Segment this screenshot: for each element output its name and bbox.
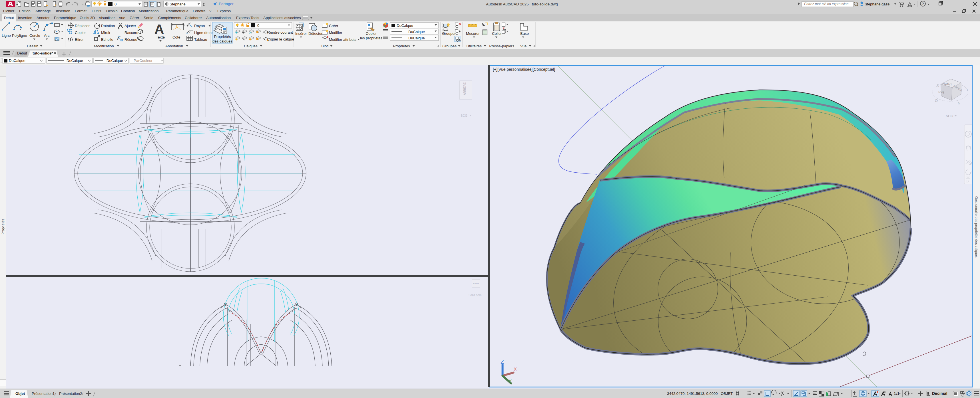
svg-text:Objet: Objet [16, 392, 25, 396]
svg-text:Vue: Vue [520, 44, 527, 48]
svg-text:Groupes: Groupes [442, 44, 457, 48]
svg-text:DuCalque: DuCalque [67, 59, 83, 63]
svg-text:Copier: Copier [75, 30, 86, 35]
svg-text:DuCalque: DuCalque [408, 36, 425, 40]
svg-text:HAUT: HAUT [473, 282, 479, 285]
svg-text:Déplacer: Déplacer [75, 24, 90, 28]
svg-text:Base: Base [520, 32, 529, 36]
svg-text:Polyligne: Polyligne [12, 33, 27, 38]
svg-text:O: O [935, 98, 938, 103]
svg-text:Présentation1: Présentation1 [32, 392, 54, 396]
svg-text:Ligne: Ligne [2, 33, 11, 38]
svg-text:X: X [514, 367, 517, 372]
svg-text:[+][Vue personnalisée][Concept: [+][Vue personnalisée][Conceptuel] [493, 67, 555, 71]
svg-text:DuCalque: DuCalque [9, 59, 25, 63]
svg-text:Propriétés: Propriétés [393, 44, 410, 48]
svg-text:Etirer: Etirer [75, 37, 84, 42]
svg-text:Calques: Calques [244, 44, 258, 48]
svg-text:Grouper: Grouper [442, 32, 456, 36]
svg-text:S: S [937, 84, 939, 88]
svg-text:Ajuster: Ajuster [124, 24, 136, 28]
svg-text:Détecter: Détecter [309, 32, 323, 36]
svg-text:Miroir: Miroir [101, 30, 110, 35]
svg-text:Bloc: Bloc [321, 44, 329, 48]
svg-text:Copier le calque: Copier le calque [267, 37, 294, 41]
svg-text:SCG: SCG [461, 114, 468, 117]
svg-text:Annotation: Annotation [165, 44, 183, 48]
svg-text:Cercle: Cercle [29, 33, 40, 38]
svg-text:tuto-solide*: tuto-solide* [33, 51, 53, 55]
svg-text:1:1: 1:1 [894, 392, 899, 396]
svg-text:Stephane: Stephane [170, 2, 186, 6]
svg-text:stephane.gazel: stephane.gazel [865, 2, 890, 6]
svg-text:Tableau: Tableau [194, 37, 207, 42]
svg-text:Insérer: Insérer [295, 32, 307, 36]
svg-text:Entrez mot-clé ou expression: Entrez mot-clé ou expression [804, 2, 849, 6]
svg-text:DuCalque: DuCalque [397, 24, 413, 28]
svg-text:Rayon: Rayon [194, 24, 205, 28]
svg-text:Rendre courant: Rendre courant [267, 30, 293, 35]
svg-text:ParCouleur: ParCouleur [134, 59, 153, 63]
svg-text:E: E [967, 88, 969, 92]
svg-text:Modification: Modification [94, 44, 114, 48]
svg-text:Z: Z [501, 358, 504, 365]
svg-text:Raccord: Raccord [124, 30, 138, 35]
svg-text:DuCalque: DuCalque [107, 59, 123, 63]
svg-text:Copier: Copier [366, 32, 377, 36]
svg-text:Rotation: Rotation [101, 24, 115, 28]
svg-text:SCG: SCG [946, 114, 953, 118]
svg-text:ARRIÈRE: ARRIÈRE [463, 82, 466, 95]
svg-text:0: 0 [115, 2, 116, 6]
svg-text:DuCalque: DuCalque [408, 30, 425, 34]
svg-text:Sans nom: Sans nom [469, 293, 481, 297]
svg-text:des calques: des calques [212, 39, 232, 43]
svg-text:Y: Y [509, 379, 512, 384]
svg-text:Début: Début [17, 51, 27, 55]
svg-text:Partager: Partager [219, 2, 234, 6]
svg-text:Utilitaires: Utilitaires [466, 44, 482, 48]
svg-text:Modifier attributs: Modifier attributs [329, 37, 356, 42]
svg-text:Modifier: Modifier [329, 30, 342, 35]
svg-text:Créer: Créer [329, 24, 338, 28]
svg-text:0: 0 [257, 24, 259, 28]
svg-text:les propriétés: les propriétés [360, 36, 383, 40]
svg-text:Réseau: Réseau [124, 37, 137, 42]
svg-text:Propriétés: Propriétés [214, 35, 231, 39]
svg-text:Echelle: Echelle [101, 37, 113, 42]
svg-text:A: A [154, 22, 164, 36]
svg-text:Texte: Texte [156, 35, 165, 40]
svg-text:Mesurer: Mesurer [466, 32, 480, 36]
svg-text:Décimal: Décimal [932, 391, 947, 396]
svg-text:N: N [958, 101, 960, 105]
svg-text:Coller: Coller [492, 32, 502, 36]
svg-text:Presse-papiers: Presse-papiers [489, 44, 514, 48]
svg-text:Arc: Arc [44, 33, 50, 38]
svg-text:Dessin: Dessin [27, 44, 38, 48]
svg-text:Présentation2: Présentation2 [59, 392, 82, 396]
svg-text:Cote: Cote [172, 35, 180, 40]
